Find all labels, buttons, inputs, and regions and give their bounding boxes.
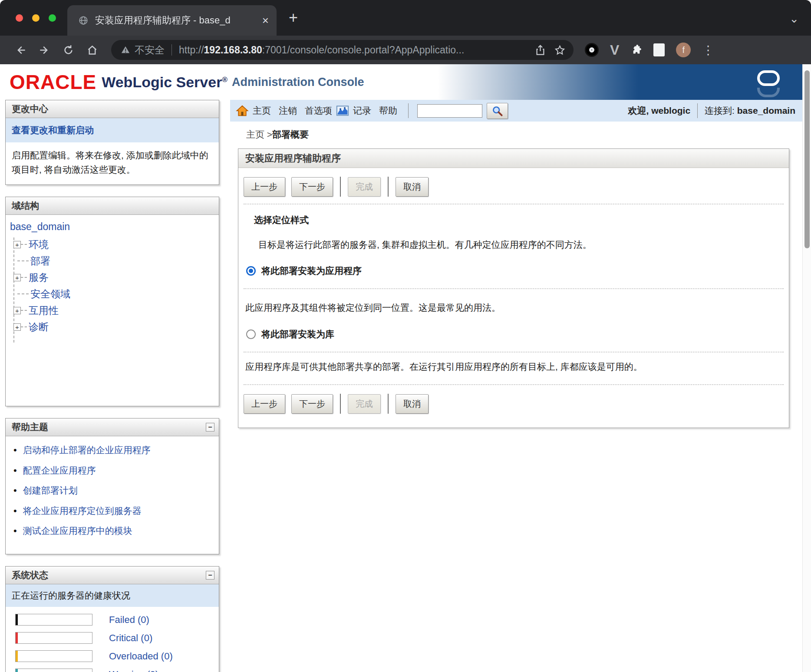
expand-plus-icon[interactable]: + [13,323,21,331]
expand-plus-icon[interactable]: + [13,274,21,281]
tree-link-services[interactable]: 服务 [29,271,49,284]
dotted-divider [244,384,784,385]
extensions-puzzle-icon[interactable] [630,44,642,56]
tree-item: + 互用性 [9,302,214,319]
install-as-library-option[interactable]: 将此部署安装为库 [246,328,785,340]
tree-link-diagnostics[interactable]: 诊断 [29,320,49,334]
forward-icon[interactable] [39,44,50,56]
install-as-application-option[interactable]: 将此部署安装为应用程序 [246,265,785,277]
status-bar [15,669,92,672]
help-link-start-stop[interactable]: 启动和停止部署的企业应用程序 [23,444,151,456]
scrollbar-thumb[interactable] [804,70,810,248]
button-group-divider [340,177,341,197]
screen: 安装应用程序辅助程序 - base_d × + ⌄ 不 [0,0,811,672]
button-group-divider [388,177,389,197]
not-secure-label[interactable]: 不安全 [135,43,165,57]
list-item: •测试企业应用程序中的模块 [13,525,214,537]
status-label-overloaded[interactable]: Overloaded (0) [109,651,173,662]
nav-logout-link[interactable]: 注销 [279,105,297,117]
change-center-title: 更改中心 [12,103,48,115]
main-column: 主页 注销 首选项 记录 帮助 欢迎, weblogic 连接到: bas [230,100,802,428]
tree-link-deployments[interactable]: 部署 [30,254,50,268]
change-center-header: 更改中心 [6,100,219,118]
back-icon[interactable] [15,44,26,56]
not-secure-warning-icon[interactable] [121,45,130,55]
change-center-box: 更改中心 查看更改和重新启动 启用配置编辑。将来在修改, 添加或删除此域中的项目… [5,100,219,185]
tree-link-interoperability[interactable]: 互用性 [29,304,59,317]
radio-unselected-icon[interactable] [246,329,256,339]
wizard-title-bar: 安装应用程序辅助程序 [238,149,789,168]
bullet-icon: • [13,464,17,477]
nav-help-link[interactable]: 帮助 [379,105,397,117]
help-link-target-server[interactable]: 将企业应用程序定位到服务器 [23,505,142,517]
search-button[interactable] [487,103,508,119]
content-row: 更改中心 查看更改和重新启动 启用配置编辑。将来在修改, 添加或删除此域中的项目… [0,100,811,672]
weblogic-console-page: ORACLE WebLogic Server® Administration C… [0,64,811,672]
option2-label[interactable]: 将此部署安装为库 [261,328,334,340]
status-label-critical[interactable]: Critical (0) [109,632,152,644]
breadcrumb-home-link[interactable]: 主页 [246,129,264,139]
page-scrollbar[interactable] [802,64,811,672]
nav-record-link[interactable]: 记录 [353,105,371,117]
browser-chrome: 安装应用程序辅助程序 - base_d × + ⌄ 不 [0,0,811,64]
tree-item: + 环境 [9,236,214,253]
extension-v-icon[interactable]: V [610,42,619,58]
browser-menu-icon[interactable]: ⋮ [702,43,714,57]
list-item: •启动和停止部署的企业应用程序 [13,444,214,457]
minimize-window-button[interactable] [32,14,40,22]
help-link-test-modules[interactable]: 测试企业应用程序中的模块 [23,525,132,537]
view-changes-link[interactable]: 查看更改和重新启动 [12,125,94,135]
list-item: •配置企业应用程序 [13,464,214,477]
status-tick [16,614,18,625]
help-topics-title: 帮助主题 [12,421,48,433]
console-navbar: 主页 注销 首选项 记录 帮助 欢迎, weblogic 连接到: bas [230,100,802,122]
cancel-button[interactable]: 取消 [396,177,429,197]
breadcrumb-separator: > [264,129,272,139]
health-chart: Failed (0) Critical (0) Overloaded (0) [6,607,219,672]
tree-connector [17,260,29,261]
home-house-icon[interactable] [236,104,249,117]
nav-home-link[interactable]: 主页 [253,105,271,117]
new-tab-button[interactable]: + [289,10,298,26]
tree-link-security-realms[interactable]: 安全领域 [30,287,70,301]
address-bar[interactable]: 不安全 http://192.168.3.80:7001/console/con… [111,40,574,60]
tree-root-link[interactable]: base_domain [10,221,214,233]
bookmark-star-icon[interactable] [554,44,566,56]
option1-label[interactable]: 将此部署安装为应用程序 [261,265,362,277]
search-input[interactable] [417,104,482,118]
status-tick [16,651,18,662]
tree-link-environment[interactable]: 环境 [29,238,49,251]
help-link-create-plan[interactable]: 创建部署计划 [23,484,78,496]
reload-icon[interactable] [63,44,74,56]
back-button[interactable]: 上一步 [244,177,285,197]
browser-tab[interactable]: 安装应用程序辅助程序 - base_d × [67,5,277,36]
expand-plus-icon[interactable]: + [13,307,21,314]
close-window-button[interactable] [16,14,23,22]
tab-close-icon[interactable]: × [262,15,269,26]
registered-mark: ® [222,75,227,83]
collapse-icon[interactable]: − [206,571,214,580]
cancel-button[interactable]: 取消 [396,394,429,414]
status-label-warning[interactable]: Warning (0) [109,669,158,672]
nav-preferences-link[interactable]: 首选项 [305,105,332,117]
profile-avatar[interactable]: f [676,43,691,57]
record-chart-icon[interactable] [336,104,349,117]
help-link-configure[interactable]: 配置企业应用程序 [23,464,96,476]
back-button[interactable]: 上一步 [244,394,285,414]
breadcrumb: 主页 >部署概要 [246,128,802,141]
collapse-icon[interactable]: − [206,423,214,432]
share-icon[interactable] [534,44,546,56]
next-button[interactable]: 下一步 [291,394,333,414]
tree-connector [21,244,27,245]
status-label-failed[interactable]: Failed (0) [109,614,149,626]
extension-o-icon[interactable] [585,43,599,57]
url-host: 192.168.3.80 [204,44,262,56]
radio-selected-icon[interactable] [246,266,256,276]
next-button[interactable]: 下一步 [291,177,333,197]
tab-search-chevron-icon[interactable]: ⌄ [789,13,799,24]
home-icon[interactable] [86,44,98,56]
extension-square-icon[interactable] [653,43,665,56]
url-text[interactable]: http://192.168.3.80:7001/console/console… [179,44,527,56]
expand-plus-icon[interactable]: + [13,241,21,248]
zoom-window-button[interactable] [49,14,56,22]
